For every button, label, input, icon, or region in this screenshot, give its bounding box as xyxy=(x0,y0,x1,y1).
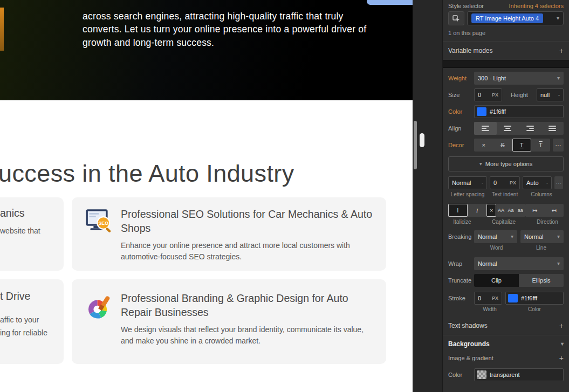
caps-none-button[interactable]: × xyxy=(486,204,496,217)
italic-off-button[interactable]: I xyxy=(448,204,468,217)
letter-spacing-unit[interactable]: - xyxy=(482,180,483,185)
transparent-swatch[interactable] xyxy=(477,370,486,379)
text-shadows-section[interactable]: Text shadows + xyxy=(443,317,569,335)
section-heading[interactable]: uccess in the Auto Industry xyxy=(0,160,294,188)
page-canvas[interactable]: across search engines, attracting high-q… xyxy=(0,0,413,392)
card-branding-title[interactable]: Professional Branding & Graphic Design f… xyxy=(121,291,374,319)
columns-unit[interactable]: - xyxy=(546,180,548,185)
titlecase-icon: Aa xyxy=(508,208,513,213)
decoration-underline-button[interactable]: T xyxy=(512,139,531,152)
wrap-value: Normal xyxy=(478,260,497,267)
add-variable-mode-icon[interactable]: + xyxy=(559,46,564,55)
style-selector-dropdown[interactable]: RT Image Height Auto 4 ▾ xyxy=(467,11,564,25)
decoration-strikethrough-button[interactable]: S xyxy=(493,139,512,152)
style-selector-header: Style selector Inheriting 4 selectors xyxy=(443,0,569,11)
text-shadows-label: Text shadows xyxy=(448,322,488,329)
background-color-value[interactable]: transparent xyxy=(490,372,520,378)
rtl-icon: ↤ xyxy=(552,207,557,214)
canvas-resize-handle[interactable] xyxy=(420,133,424,147)
card-left-2-desc-fragment-1[interactable]: affic to your xyxy=(0,315,39,324)
card-left-2-title-fragment[interactable]: t Drive xyxy=(0,290,30,302)
image-gradient-row[interactable]: Image & gradient + xyxy=(443,353,569,367)
background-color-input[interactable]: transparent xyxy=(474,368,564,381)
card-seo[interactable]: SEO Professional SEO Solutions for Car M… xyxy=(72,197,386,271)
size-unit[interactable]: PX xyxy=(492,92,498,98)
align-justify-button[interactable] xyxy=(541,122,564,135)
weight-dropdown[interactable]: 300 - Light ▾ xyxy=(474,72,564,85)
card-left-1-desc-fragment[interactable]: website that xyxy=(0,226,40,235)
chevron-down-icon: ▾ xyxy=(557,234,560,239)
font-color-hex[interactable]: #1f6fff xyxy=(490,108,506,115)
line-label: Line xyxy=(519,245,564,251)
stroke-color-swatch[interactable] xyxy=(508,294,518,302)
more-type-options-button[interactable]: ▾ More type options xyxy=(448,156,564,171)
selector-token[interactable]: RT Image Height Auto 4 xyxy=(471,13,543,23)
line-breaking-value: Normal xyxy=(524,233,543,240)
size-input[interactable]: 0 PX xyxy=(474,88,502,101)
columns-input[interactable]: Auto - xyxy=(523,176,552,189)
add-text-shadow-icon[interactable]: + xyxy=(559,321,564,330)
truncate-clip-button[interactable]: Clip xyxy=(474,274,519,287)
upright-i-icon: I xyxy=(457,207,458,214)
stroke-width-unit[interactable]: PX xyxy=(492,295,498,301)
hero-button-cutoff[interactable] xyxy=(367,0,413,5)
size-row: Size 0 PX Height null - xyxy=(448,88,564,101)
columns-more-button[interactable]: ⋯ xyxy=(554,176,563,189)
word-breaking-dropdown[interactable]: Normal ▾ xyxy=(474,230,517,243)
none-icon: × xyxy=(490,207,493,214)
stroke-labels: Width Color xyxy=(448,306,564,312)
caps-capitalize-button[interactable]: Aa xyxy=(506,204,516,217)
line-breaking-dropdown[interactable]: Normal ▾ xyxy=(520,230,564,243)
variable-modes-label: Variable modes xyxy=(448,47,493,54)
direction-rtl-button[interactable]: ↤ xyxy=(544,204,564,217)
card-left-1-title-fragment[interactable]: anics xyxy=(0,207,25,219)
decoration-more-button[interactable]: ⋯ xyxy=(553,139,564,152)
variable-modes-section[interactable]: Variable modes + xyxy=(443,41,569,60)
direction-ltr-button[interactable]: ↦ xyxy=(525,204,545,217)
style-pick-button[interactable] xyxy=(448,11,464,25)
decoration-overline-button[interactable]: T xyxy=(531,139,550,152)
height-unit[interactable]: - xyxy=(558,92,560,98)
svg-text:SEO: SEO xyxy=(99,221,109,226)
truncate-ellipsis-button[interactable]: Ellipsis xyxy=(519,274,564,287)
weight-row: Weight 300 - Light ▾ xyxy=(448,72,564,85)
card-branding-description[interactable]: We design visuals that reflect your bran… xyxy=(121,324,374,347)
hero-paragraph[interactable]: across search engines, attracting high-q… xyxy=(83,10,374,50)
wrap-dropdown[interactable]: Normal ▾ xyxy=(474,257,564,270)
add-image-gradient-icon[interactable]: + xyxy=(559,354,564,362)
backgrounds-section-header[interactable]: Backgrounds ▾ xyxy=(443,335,569,353)
letter-spacing-input[interactable]: Normal - xyxy=(448,176,487,189)
align-right-button[interactable] xyxy=(519,122,541,135)
font-color-swatch[interactable] xyxy=(477,107,486,116)
page-scrollbar-thumb[interactable] xyxy=(414,121,417,169)
caps-uppercase-button[interactable]: AA xyxy=(496,204,506,217)
stroke-width-input[interactable]: 0 PX xyxy=(474,292,502,305)
breaking-row: Breaking Normal ▾ Normal ▾ xyxy=(448,230,564,243)
decoration-none-button[interactable]: × xyxy=(474,139,493,152)
card-seo-description[interactable]: Enhance your online presence and attract… xyxy=(121,240,369,263)
stroke-color-hex[interactable]: #1f6fff xyxy=(521,295,537,301)
card-branding[interactable]: Professional Branding & Graphic Design f… xyxy=(72,279,386,364)
align-center-button[interactable] xyxy=(497,122,519,135)
italic-i-icon: I xyxy=(476,207,478,214)
card-seo-title[interactable]: Professional SEO Solutions for Car Mecha… xyxy=(121,207,374,235)
font-color-input[interactable]: #1f6fff xyxy=(474,105,564,118)
style-panel: Style selector Inheriting 4 selectors RT… xyxy=(442,0,569,392)
overline-icon: T xyxy=(539,142,543,148)
chevron-down-icon: ▾ xyxy=(511,234,513,239)
decoration-row: Decor × S T T ⋯ xyxy=(448,139,564,152)
text-indent-unit[interactable]: PX xyxy=(510,180,516,185)
line-height-input[interactable]: null - xyxy=(537,88,564,101)
caps-lowercase-button[interactable]: aa xyxy=(516,204,525,217)
stroke-color-label: Color xyxy=(505,306,564,312)
text-indent-input[interactable]: 0 PX xyxy=(490,176,520,189)
backgrounds-title: Backgrounds xyxy=(448,340,490,348)
uppercase-icon: AA xyxy=(498,208,504,213)
italic-on-button[interactable]: I xyxy=(468,204,487,217)
inheriting-selectors-link[interactable]: Inheriting 4 selectors xyxy=(509,3,564,9)
truncate-toggle: Clip Ellipsis xyxy=(474,274,564,287)
card-left-2-desc-fragment-2[interactable]: ing for reliable xyxy=(0,328,47,337)
hero-section[interactable]: across search engines, attracting high-q… xyxy=(0,0,413,100)
align-left-button[interactable] xyxy=(474,122,497,135)
stroke-color-input[interactable]: #1f6fff xyxy=(505,292,564,305)
